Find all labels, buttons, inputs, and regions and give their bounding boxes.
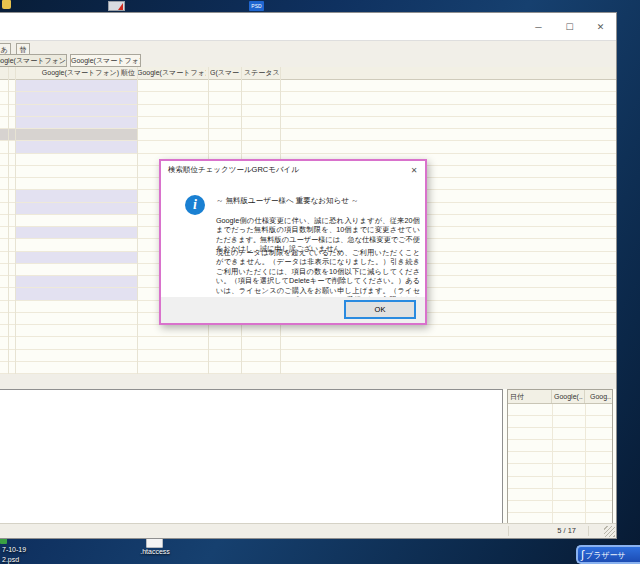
table-row[interactable]	[508, 452, 612, 464]
table-row[interactable]	[508, 428, 612, 440]
image-file-red-mark-icon	[118, 3, 123, 10]
brother-gadget-label: ブラザーサ	[585, 551, 626, 560]
table-row[interactable]	[0, 80, 616, 92]
close-button[interactable]: ✕	[585, 13, 616, 41]
panel-splitter[interactable]	[0, 374, 616, 389]
dialog-close-icon[interactable]: ✕	[407, 164, 421, 178]
table-row[interactable]	[0, 141, 616, 153]
tab-bar: Google(スマートフォン)履歴 Google(スマートフォン)詳細	[0, 54, 616, 67]
history-header-row: 日付 Google(.. Goog..	[508, 390, 612, 404]
info-icon: i	[185, 195, 205, 215]
desktop-psd-file-icon[interactable]: PSD	[249, 1, 264, 11]
table-row[interactable]	[0, 92, 616, 104]
column-header-row: Google(スマートフォン) 順位 Google(スマートフォン) 変化 G(…	[0, 67, 616, 80]
detail-text-panel[interactable]	[0, 389, 503, 525]
status-bar: 5 / 17	[0, 523, 616, 538]
dialog-heading: ～ 無料版ユーザー様へ 重要なお知らせ ～	[216, 196, 416, 206]
table-row[interactable]	[508, 464, 612, 476]
history-column-date[interactable]: 日付	[508, 390, 552, 403]
history-column-google1[interactable]: Google(..	[552, 390, 585, 403]
table-row[interactable]	[508, 404, 612, 416]
window-controls: ─ ☐ ✕	[523, 13, 616, 41]
desktop-psd-label-line1: 7-10-19	[2, 546, 26, 553]
dialog-title-bar[interactable]: 検索順位チェックツールGRCモバイル ✕	[161, 161, 425, 181]
table-row[interactable]	[0, 105, 616, 117]
table-row[interactable]	[508, 440, 612, 452]
tab-google-smartphone-detail[interactable]: Google(スマートフォン)詳細	[70, 54, 141, 67]
table-row[interactable]	[508, 477, 612, 489]
table-row[interactable]	[0, 117, 616, 129]
desktop-psd-label-line2: 2.psd	[2, 556, 19, 563]
table-row[interactable]	[0, 129, 616, 141]
desktop-image-file-icon[interactable]	[108, 1, 125, 11]
desktop-htaccess-label: .htaccess	[124, 548, 186, 555]
title-bar[interactable]: ─ ☐ ✕	[0, 13, 616, 41]
table-row[interactable]	[0, 350, 616, 362]
column-header-g[interactable]: G(スマートフ..	[210, 67, 240, 80]
column-header-change[interactable]: Google(スマートフォン) 変化	[137, 67, 206, 80]
history-table[interactable]	[508, 404, 612, 525]
notice-dialog: 検索順位チェックツールGRCモバイル ✕ i ～ 無料版ユーザー様へ 重要なお知…	[159, 159, 427, 325]
table-row[interactable]	[0, 337, 616, 349]
minimize-button[interactable]: ─	[523, 13, 554, 41]
history-column-google2[interactable]: Goog..	[585, 390, 612, 403]
desktop-folder-icon[interactable]	[2, 0, 11, 9]
dialog-title: 検索順位チェックツールGRCモバイル	[168, 165, 299, 175]
table-row[interactable]	[0, 362, 616, 374]
brother-logo-icon: ∫	[581, 548, 584, 560]
dialog-footer: OK	[161, 297, 425, 323]
resize-grip-icon[interactable]	[604, 526, 615, 537]
column-header-rank[interactable]: Google(スマートフォン) 順位	[15, 67, 135, 80]
page-indicator: 5 / 17	[557, 524, 576, 538]
table-row[interactable]	[508, 489, 612, 501]
dialog-body: i ～ 無料版ユーザー様へ 重要なお知らせ ～ Google側の仕様変更に伴い、…	[161, 181, 425, 299]
maximize-button[interactable]: ☐	[554, 13, 585, 41]
history-panel: 日付 Google(.. Goog..	[507, 389, 613, 525]
table-row[interactable]	[0, 325, 616, 337]
ok-button[interactable]: OK	[344, 300, 416, 319]
brother-support-gadget[interactable]: ∫ブラザーサ	[576, 545, 640, 564]
tab-google-smartphone-history[interactable]: Google(スマートフォン)履歴	[0, 54, 67, 67]
table-row[interactable]	[508, 501, 612, 513]
table-row[interactable]	[508, 416, 612, 428]
column-header-status[interactable]: ステータス	[244, 67, 282, 80]
